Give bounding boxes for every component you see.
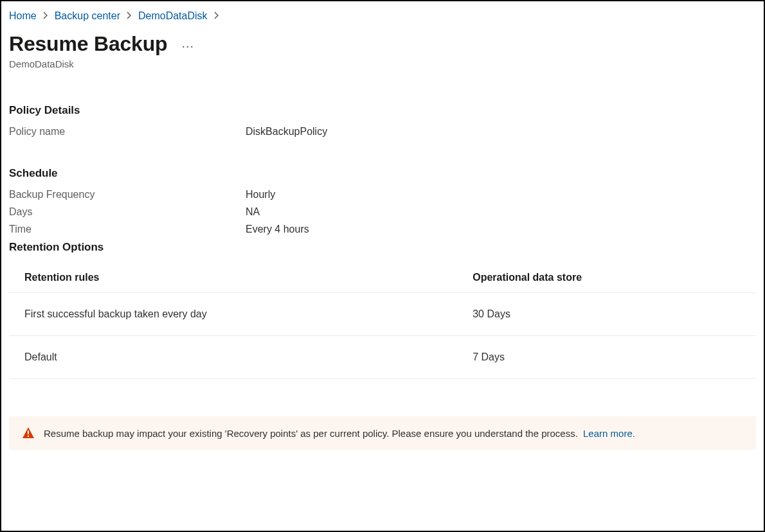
retention-store: 30 Days (457, 293, 756, 336)
retention-col-store: Operational data store (457, 265, 756, 293)
retention-table: Retention rules Operational data store F… (9, 265, 756, 379)
retention-store: 7 Days (457, 336, 756, 379)
policy-name-value: DiskBackupPolicy (246, 126, 327, 137)
time-label: Time (9, 224, 246, 235)
schedule-heading: Schedule (9, 167, 756, 180)
chevron-right-icon (127, 11, 132, 21)
backup-frequency-value: Hourly (246, 189, 275, 200)
warning-banner: Resume backup may impact your existing '… (9, 416, 756, 450)
policy-details-heading: Policy Details (9, 104, 756, 117)
retention-col-rules: Retention rules (9, 265, 457, 293)
svg-rect-0 (28, 430, 29, 434)
backup-frequency-label: Backup Frequency (9, 189, 246, 200)
time-value: Every 4 hours (246, 224, 309, 235)
table-row: First successful backup taken every day … (9, 293, 756, 336)
days-label: Days (9, 206, 246, 218)
page-title: Resume Backup (9, 32, 167, 56)
retention-rule: Default (9, 336, 457, 379)
warning-icon (22, 427, 35, 439)
chevron-right-icon (214, 11, 219, 21)
policy-name-label: Policy name (9, 126, 246, 137)
table-row: Default 7 Days (9, 336, 756, 379)
breadcrumb-backup-center[interactable]: Backup center (55, 10, 120, 22)
chevron-right-icon (43, 11, 48, 21)
retention-heading: Retention Options (9, 241, 756, 254)
breadcrumb-demodatadisk[interactable]: DemoDataDisk (138, 10, 208, 22)
learn-more-link[interactable]: Learn more. (583, 428, 635, 439)
more-icon[interactable]: ··· (181, 39, 194, 52)
breadcrumb: Home Backup center DemoDataDisk (9, 10, 756, 22)
days-value: NA (246, 206, 260, 218)
warning-text: Resume backup may impact your existing '… (44, 428, 635, 439)
svg-rect-1 (28, 436, 29, 437)
retention-rule: First successful backup taken every day (9, 293, 457, 336)
breadcrumb-home[interactable]: Home (9, 10, 37, 22)
page-subtitle: DemoDataDisk (9, 58, 756, 69)
